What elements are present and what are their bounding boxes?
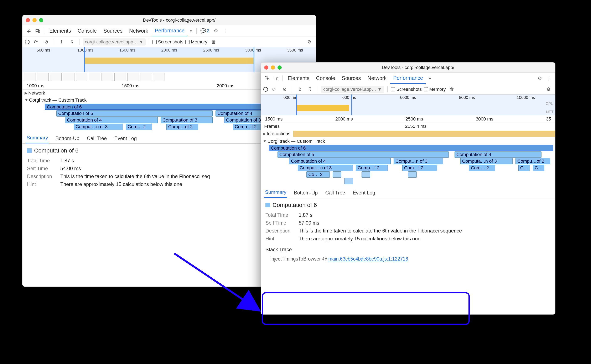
interactions-track[interactable]: ▶Interactions bbox=[261, 130, 555, 138]
upload-icon[interactable]: ↥ bbox=[57, 38, 66, 46]
detail-tab-calltree[interactable]: Call Tree bbox=[324, 188, 346, 198]
device-toggle-icon[interactable] bbox=[34, 27, 42, 35]
flame-bar[interactable]: Comput…n of 3 bbox=[74, 124, 123, 130]
overview-minimap[interactable]: 000 ms000 ms6000 ms8000 ms10000 ms CPU N… bbox=[261, 95, 555, 115]
flame-bar[interactable]: Comp…of 2 bbox=[166, 124, 198, 130]
flame-bar[interactable]: Compu…of 2 bbox=[516, 158, 550, 164]
tab-performance[interactable]: Performance bbox=[390, 73, 426, 84]
cpu-label: CPU bbox=[546, 102, 554, 106]
tab-elements[interactable]: Elements bbox=[285, 73, 312, 83]
device-toggle-icon[interactable] bbox=[272, 74, 280, 83]
custom-track-header[interactable]: ▼Corgi track — Custom Track bbox=[261, 138, 555, 145]
flame-bar[interactable]: Comput…n of 3 bbox=[394, 158, 443, 164]
activity-badge[interactable]: 💬2 bbox=[199, 27, 211, 34]
flame-bar[interactable] bbox=[362, 171, 370, 178]
flame-bar[interactable]: Computation of 5 bbox=[56, 110, 213, 117]
settings-icon[interactable]: ⚙ bbox=[536, 74, 544, 83]
memory-checkbox[interactable]: Memory bbox=[424, 87, 446, 92]
tab-elements[interactable]: Elements bbox=[46, 26, 74, 36]
flame-chart-right[interactable]: Computation of 6Computation of 5Computat… bbox=[263, 145, 553, 185]
record-button[interactable] bbox=[263, 87, 268, 92]
detail-tab-bottomup[interactable]: Bottom-Up bbox=[55, 133, 80, 143]
devtools-tabbar: Elements Console Sources Network Perform… bbox=[22, 25, 316, 37]
titlebar[interactable]: DevTools - corgi-collage.vercel.app/ bbox=[22, 15, 316, 25]
flame-bar[interactable]: C… bbox=[533, 165, 544, 171]
download-icon[interactable]: ↧ bbox=[67, 38, 76, 46]
tab-sources[interactable]: Sources bbox=[101, 26, 125, 36]
recording-selector[interactable]: corgi-collage.vercel.app…▼ bbox=[83, 39, 146, 46]
settings-icon[interactable]: ⚙ bbox=[212, 27, 220, 35]
perf-settings-icon[interactable]: ⚙ bbox=[305, 38, 314, 46]
close-icon[interactable] bbox=[264, 65, 268, 70]
flame-bar[interactable]: C… bbox=[518, 165, 530, 171]
flame-bar[interactable]: Computation of 4 bbox=[289, 158, 391, 164]
flame-bar[interactable]: Computation of 5 bbox=[277, 151, 449, 158]
inspect-icon[interactable] bbox=[263, 74, 271, 83]
detail-tabs: Summary Bottom-Up Call Tree Event Log bbox=[261, 187, 555, 198]
clear-icon[interactable]: ⊘ bbox=[280, 85, 289, 93]
screenshots-checkbox[interactable]: Screenshots bbox=[153, 39, 183, 45]
trash-icon[interactable]: 🗑 bbox=[209, 38, 218, 46]
flame-bar[interactable]: Comput…n of 3 bbox=[298, 165, 353, 171]
download-icon[interactable]: ↧ bbox=[306, 85, 314, 93]
annotation-arrow bbox=[171, 251, 264, 318]
detail-tab-eventlog[interactable]: Event Log bbox=[113, 133, 137, 143]
perf-settings-icon[interactable]: ⚙ bbox=[544, 85, 553, 93]
memory-checkbox[interactable]: Memory bbox=[185, 39, 207, 45]
traffic-lights bbox=[26, 18, 43, 22]
minimize-icon[interactable] bbox=[271, 65, 275, 70]
upload-icon[interactable]: ↥ bbox=[296, 85, 304, 93]
tab-sources[interactable]: Sources bbox=[339, 73, 364, 83]
titlebar[interactable]: DevTools - corgi-collage.vercel.app/ bbox=[261, 63, 555, 72]
detail-tab-summary[interactable]: Summary bbox=[264, 187, 287, 198]
frames-value: 2155.4 ms bbox=[280, 124, 552, 129]
tab-network[interactable]: Network bbox=[126, 26, 151, 36]
flame-bar[interactable]: Computa…n of 3 bbox=[460, 158, 513, 164]
flame-bar[interactable]: Com… 2 bbox=[126, 124, 152, 130]
close-icon[interactable] bbox=[26, 18, 30, 22]
more-tabs-icon[interactable]: » bbox=[427, 76, 432, 81]
tab-performance[interactable]: Performance bbox=[152, 26, 188, 36]
detail-tab-bottomup[interactable]: Bottom-Up bbox=[293, 188, 319, 198]
flame-bar[interactable]: Comp…f 2 bbox=[233, 124, 262, 130]
detail-tab-eventlog[interactable]: Event Log bbox=[352, 188, 376, 198]
more-tabs-icon[interactable]: » bbox=[188, 28, 194, 34]
trash-icon[interactable]: 🗑 bbox=[448, 85, 456, 93]
flame-bar[interactable]: Com…f 2 bbox=[402, 165, 437, 171]
more-menu-icon[interactable]: ⋮ bbox=[545, 74, 553, 83]
record-button[interactable] bbox=[25, 40, 30, 44]
flame-bar[interactable] bbox=[408, 171, 417, 178]
flame-bar[interactable]: Computation of 3 bbox=[161, 117, 213, 123]
recording-selector[interactable]: corgi-collage.vercel.app…▼ bbox=[321, 86, 384, 93]
frames-label: Frames bbox=[264, 124, 280, 129]
minimize-icon[interactable] bbox=[33, 18, 37, 22]
clear-icon[interactable]: ⊘ bbox=[42, 38, 50, 46]
reload-record-icon[interactable]: ⟳ bbox=[32, 38, 40, 46]
inspect-icon[interactable] bbox=[25, 27, 33, 35]
flame-bar[interactable] bbox=[333, 171, 341, 178]
flame-bar[interactable]: Com… 2 bbox=[469, 165, 495, 171]
flame-bar[interactable] bbox=[344, 178, 353, 184]
perf-toolbar: ⟳ ⊘ ↥ ↧ corgi-collage.vercel.app…▼ Scree… bbox=[22, 37, 316, 47]
zoom-icon[interactable] bbox=[39, 18, 43, 22]
main-ruler: 1500 ms2000 ms2500 ms3000 ms35 bbox=[261, 115, 555, 123]
flame-bar[interactable]: Comp…f 2 bbox=[356, 165, 388, 171]
stack-frame-link[interactable]: main.63cb5c4bde8be90a.js:1:122716 bbox=[328, 256, 408, 262]
tab-network[interactable]: Network bbox=[365, 73, 390, 83]
flame-bar[interactable]: Computation of 4 bbox=[455, 151, 542, 158]
summary-panel-right: Computation of 6 Total Time1.87 s Self T… bbox=[261, 198, 555, 266]
reload-record-icon[interactable]: ⟳ bbox=[270, 85, 278, 93]
screenshots-checkbox[interactable]: Screenshots bbox=[391, 87, 422, 92]
detail-tab-calltree[interactable]: Call Tree bbox=[86, 133, 107, 143]
stack-trace-title: Stack Trace bbox=[265, 247, 551, 253]
window-title: DevTools - corgi-collage.vercel.app/ bbox=[284, 65, 552, 70]
detail-tab-summary[interactable]: Summary bbox=[26, 133, 49, 143]
flame-bar[interactable]: Co… 2 bbox=[306, 171, 330, 178]
tab-console[interactable]: Console bbox=[75, 26, 100, 36]
more-menu-icon[interactable]: ⋮ bbox=[221, 27, 229, 35]
tab-console[interactable]: Console bbox=[313, 73, 338, 83]
window-title: DevTools - corgi-collage.vercel.app/ bbox=[46, 17, 313, 23]
zoom-icon[interactable] bbox=[277, 65, 282, 70]
flame-bar[interactable]: Computation of 4 bbox=[65, 117, 158, 123]
flame-bar[interactable]: Computation of 6 bbox=[269, 145, 553, 151]
